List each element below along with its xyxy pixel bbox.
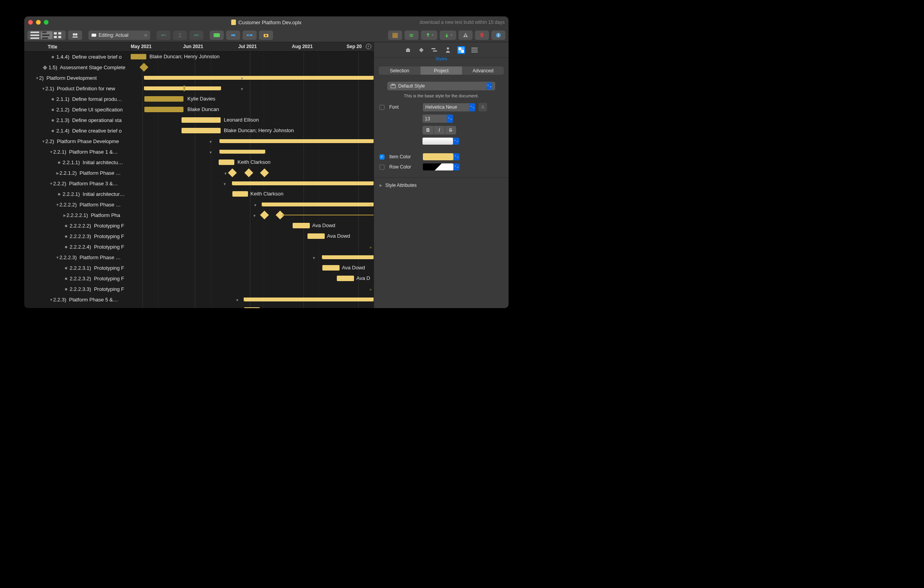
task-row[interactable]: ▶2.2.1.2) Platform Phase …▼	[24, 168, 374, 178]
task-bar[interactable]	[144, 107, 183, 112]
task-row[interactable]: 1.4.4) Define creative brief oBlake Dunc…	[24, 52, 374, 62]
title-column-header[interactable]: Title	[24, 42, 131, 51]
summary-bar[interactable]	[262, 203, 374, 206]
task-row[interactable]: ▼2.2.3) Platform Phase 5 &…▼	[24, 294, 374, 305]
font-color-well[interactable]: ⌃⌄	[422, 138, 453, 145]
milestone-diamond[interactable]	[228, 169, 237, 177]
resource-inspector-icon[interactable]	[444, 46, 452, 54]
task-row[interactable]: 2.2.2.1) Initial architectur…Keith Clark…	[24, 189, 374, 199]
timeline-header[interactable]: + May 2021Jun 2021Jul 2021Aug 2021Sep 20	[131, 42, 374, 51]
task-bar[interactable]	[131, 54, 146, 59]
task-bar[interactable]	[244, 307, 260, 308]
project-tab[interactable]: Project	[421, 66, 462, 75]
item-color-checkbox[interactable]	[379, 154, 385, 160]
bold-button[interactable]: B	[422, 126, 433, 134]
violations-button[interactable]	[475, 30, 489, 40]
font-size-select[interactable]: 13⌃⌄	[422, 115, 453, 123]
baseline-icon	[92, 34, 96, 37]
task-row[interactable]: ▼2.2.2) Platform Phase 3 &…▼	[24, 178, 374, 189]
summary-bar[interactable]	[322, 255, 374, 259]
selection-tab[interactable]: Selection	[379, 66, 421, 75]
task-row[interactable]: 2.1.1) Define formal produ…Kylie Davies	[24, 94, 374, 104]
milestone-diamond[interactable]	[140, 63, 149, 72]
task-row[interactable]: 2.1.4) Define creative brief oBlake Dunc…	[24, 125, 374, 136]
task-row[interactable]: ▼2.2.2.3) Platform Phase …▼	[24, 252, 374, 263]
task-bar[interactable]	[232, 191, 248, 197]
style-select[interactable]: Default Style ⌃⌄	[387, 82, 495, 90]
zoom-icon[interactable]: +	[366, 44, 371, 49]
task-bar[interactable]	[182, 117, 221, 123]
task-row[interactable]: ▼2.2.2.2) Platform Phase …▼»	[24, 199, 374, 210]
summary-bar[interactable]	[220, 139, 374, 143]
resources-button[interactable]	[68, 30, 82, 40]
item-color-well[interactable]: ⌃⌄	[423, 153, 453, 160]
task-bar[interactable]	[219, 160, 234, 165]
strike-button[interactable]: S	[445, 126, 456, 134]
view-mode-segmented[interactable]	[27, 30, 66, 40]
font-family-select[interactable]: Helvetica Neue⌃⌄	[423, 103, 475, 111]
catchup-button[interactable]	[210, 30, 224, 40]
font-checkbox[interactable]	[379, 105, 385, 110]
assignee-label: Ava Dowd	[327, 233, 350, 239]
task-row[interactable]: ▼2.2.1) Platform Phase 1 &…▼	[24, 147, 374, 157]
summary-bar[interactable]	[220, 150, 265, 154]
add-milestone-button[interactable]	[173, 30, 187, 40]
summary-bar[interactable]	[144, 76, 374, 80]
task-row[interactable]: 2.2.3.1) Initial recipe deveKeith Clarks…	[24, 305, 374, 308]
task-row[interactable]: ▼2) Platform Development▼	[24, 73, 374, 83]
custom-data-inspector-icon[interactable]	[471, 46, 478, 54]
task-row[interactable]: 2.2.1.1) Initial architectu…Keith Clarks…	[24, 157, 374, 168]
milestone-diamond[interactable]	[260, 169, 269, 177]
milestone-diamond[interactable]	[260, 211, 269, 220]
milestone-diamond[interactable]	[244, 169, 253, 177]
task-row[interactable]: 2.2.2.3.3) Prototyping F»	[24, 284, 374, 294]
font-color-button[interactable]: A	[478, 103, 487, 111]
task-bar[interactable]	[182, 128, 221, 133]
style-scope-segmented[interactable]: Selection Project Advanced	[379, 66, 504, 75]
gantt-view: Title + May 2021Jun 2021Jul 2021Aug 2021…	[24, 42, 374, 308]
task-row[interactable]: 2.2.2.2.3) Prototyping FAva Dowd	[24, 231, 374, 242]
task-row[interactable]: ▶2.2.2.2.1) Platform Pha▼	[24, 210, 374, 220]
row-color-checkbox[interactable]	[379, 165, 385, 170]
add-group-button[interactable]	[189, 30, 203, 40]
info-button[interactable]: i	[491, 30, 505, 40]
milestone-inspector-icon[interactable]	[417, 46, 425, 54]
close-button[interactable]	[28, 20, 33, 25]
level-button[interactable]	[243, 30, 257, 40]
critical-path-button[interactable]	[404, 30, 419, 40]
task-bar[interactable]	[322, 265, 340, 271]
task-bar[interactable]	[307, 233, 325, 239]
task-bar[interactable]	[293, 223, 310, 228]
reschedule-button[interactable]	[226, 30, 240, 40]
task-row[interactable]: 2.2.2.2.2) Prototyping FAva Dowd	[24, 220, 374, 231]
minimize-button[interactable]	[36, 20, 41, 25]
task-inspector-icon[interactable]	[404, 46, 412, 54]
task-row[interactable]: 2.2.2.3.1) Prototyping FAva Dowd	[24, 263, 374, 273]
task-row[interactable]: ▼2.2) Platform Phase Developme▼	[24, 136, 374, 147]
task-row[interactable]: 2.2.2.3.2) Prototyping FAva D	[24, 273, 374, 284]
styles-inspector-icon[interactable]	[457, 46, 465, 54]
task-row[interactable]: 2.1.3) Define operational staLeonard Ell…	[24, 115, 374, 125]
task-row[interactable]: 1.5) Assessment Stage Complete	[24, 62, 374, 73]
task-row[interactable]: 2.1.2) Define UI specificationBlake Dunc…	[24, 104, 374, 115]
summary-bar[interactable]	[232, 181, 374, 185]
task-bar[interactable]	[337, 276, 354, 281]
editing-mode-select[interactable]: Editing: Actual ◇	[88, 30, 150, 40]
snapshot-button[interactable]	[259, 30, 273, 40]
summary-bar[interactable]	[144, 86, 221, 90]
calendar-button[interactable]	[388, 30, 402, 40]
summary-bar[interactable]	[244, 298, 374, 301]
style-attributes-section[interactable]: ▶ Style Attributes	[374, 177, 509, 193]
task-bar[interactable]	[144, 96, 183, 102]
export-button[interactable]: ▾	[421, 30, 437, 40]
fullscreen-button[interactable]	[44, 20, 49, 25]
warnings-button[interactable]	[458, 30, 473, 40]
italic-button[interactable]: I	[434, 126, 445, 134]
row-color-well[interactable]: ⌃⌄	[423, 163, 453, 170]
advanced-tab[interactable]: Advanced	[462, 66, 504, 75]
add-task-button[interactable]	[156, 30, 171, 40]
import-button[interactable]: ▾	[440, 30, 456, 40]
task-row[interactable]: 2.2.2.2.4) Prototyping F»	[24, 242, 374, 252]
scheduling-inspector-icon[interactable]	[431, 46, 439, 54]
task-row[interactable]: ▼2.1) Product Definition for new▼	[24, 83, 374, 94]
